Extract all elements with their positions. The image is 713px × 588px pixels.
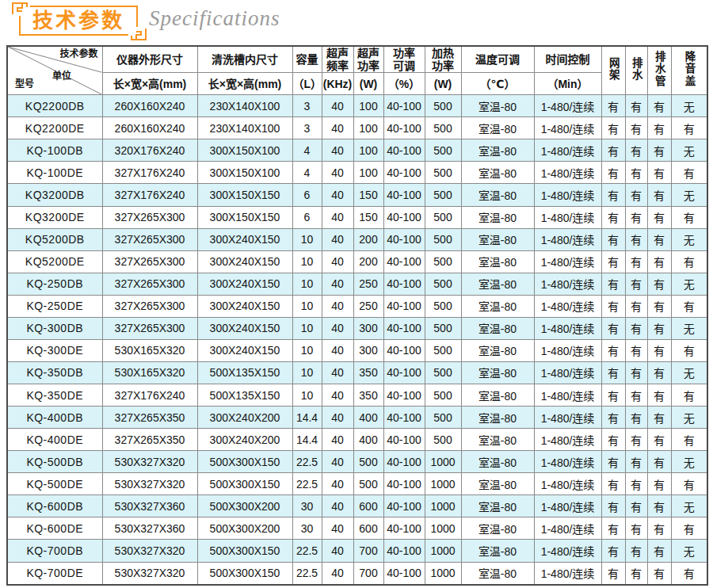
value-cell: 40 <box>322 317 353 339</box>
value-cell: 300 <box>353 317 383 339</box>
value-cell: 500 <box>425 162 461 184</box>
value-cell: 40 <box>322 562 353 585</box>
value-cell: 室温-80 <box>461 250 534 273</box>
value-cell: 300X240X200 <box>197 429 292 451</box>
value-cell: 600 <box>353 495 383 517</box>
value-cell: 500X300X150 <box>197 451 292 473</box>
table-row: KQ-100DB320X176X240300X150X10044010040-1… <box>7 139 707 162</box>
value-cell: 30 <box>292 517 322 540</box>
value-cell: 530X327X320 <box>102 562 197 585</box>
value-cell: 500X300X200 <box>197 517 292 540</box>
model-cell: KQ2200DE <box>7 117 102 139</box>
value-cell: 有 <box>601 517 625 540</box>
value-cell: 1000 <box>425 540 461 562</box>
value-cell: 有 <box>601 317 625 339</box>
col-unit-temp-adjust: （℃） <box>461 73 534 95</box>
value-cell: 327X176X240 <box>102 384 197 407</box>
value-cell: 有 <box>647 361 671 384</box>
value-cell: 40-100 <box>383 361 425 384</box>
value-cell: 327X265X300 <box>102 228 197 250</box>
value-cell: 500X300X150 <box>197 540 292 562</box>
corner-ornament-icon <box>10 2 30 16</box>
value-cell: 230X140X100 <box>197 117 292 139</box>
value-cell: 有 <box>625 117 647 139</box>
value-cell: 22.5 <box>292 540 322 562</box>
value-cell: 室温-80 <box>461 495 534 517</box>
value-cell: 有 <box>625 339 647 361</box>
value-cell: 4 <box>292 139 322 162</box>
value-cell: 500 <box>425 384 461 407</box>
value-cell: 有 <box>601 429 625 451</box>
value-cell: 有 <box>647 317 671 339</box>
value-cell: 40 <box>322 295 353 317</box>
value-cell: 100 <box>353 117 383 139</box>
value-cell: 40 <box>322 407 353 429</box>
value-cell: 室温-80 <box>461 540 534 562</box>
value-cell: 有 <box>671 206 707 228</box>
value-cell: 40-100 <box>383 407 425 429</box>
value-cell: 327X265X300 <box>102 273 197 295</box>
model-cell: KQ-300DB <box>7 317 102 339</box>
value-cell: 有 <box>601 361 625 384</box>
value-cell: 300X240X150 <box>197 228 292 250</box>
value-cell: 无 <box>671 228 707 250</box>
value-cell: 有 <box>647 562 671 585</box>
model-cell: KQ2200DB <box>7 95 102 117</box>
value-cell: 40 <box>322 117 353 139</box>
value-cell: 500 <box>353 473 383 495</box>
value-cell: 有 <box>601 184 625 206</box>
value-cell: 有 <box>647 339 671 361</box>
value-cell: 6 <box>292 184 322 206</box>
value-cell: 40-100 <box>383 139 425 162</box>
value-cell: 有 <box>601 250 625 273</box>
value-cell: 有 <box>601 540 625 562</box>
value-cell: 350 <box>353 361 383 384</box>
table-row: KQ-350DE327X176X240500X135X150104035040-… <box>7 384 707 407</box>
value-cell: 500 <box>425 206 461 228</box>
model-cell: KQ-350DB <box>7 361 102 384</box>
value-cell: 有 <box>625 162 647 184</box>
value-cell: 1-480/连续 <box>534 295 601 317</box>
value-cell: 320X176X240 <box>102 139 197 162</box>
value-cell: 1000 <box>425 451 461 473</box>
value-cell: 40-100 <box>383 250 425 273</box>
value-cell: 1-480/连续 <box>534 162 601 184</box>
value-cell: 有 <box>647 451 671 473</box>
value-cell: 327X265X300 <box>102 206 197 228</box>
value-cell: 1-480/连续 <box>534 117 601 139</box>
value-cell: 有 <box>625 407 647 429</box>
col-header-frequency: 超声频率 <box>322 46 353 73</box>
model-cell: KQ-600DB <box>7 495 102 517</box>
value-cell: 40 <box>322 451 353 473</box>
value-cell: 10 <box>292 228 322 250</box>
corner-label-unit: 单位 <box>52 71 71 82</box>
value-cell: 有 <box>647 162 671 184</box>
value-cell: 327X265X300 <box>102 250 197 273</box>
value-cell: 600 <box>353 517 383 540</box>
value-cell: 3 <box>292 95 322 117</box>
value-cell: 100 <box>353 139 383 162</box>
value-cell: 530X327X320 <box>102 451 197 473</box>
col-unit-capacity: （L） <box>292 73 322 95</box>
value-cell: 500 <box>425 295 461 317</box>
value-cell: 有 <box>625 429 647 451</box>
value-cell: 300X240X150 <box>197 250 292 273</box>
value-cell: 有 <box>647 384 671 407</box>
col-unit-ultrasonic-power: (W) <box>353 73 383 95</box>
model-cell: KQ-400DB <box>7 407 102 429</box>
col-header-heating-power: 加热功率 <box>425 46 461 73</box>
value-cell: 有 <box>647 228 671 250</box>
page-subtitle: Specifications <box>149 6 280 31</box>
value-cell: 有 <box>671 117 707 139</box>
value-cell: 室温-80 <box>461 562 534 585</box>
value-cell: 500 <box>425 273 461 295</box>
value-cell: 260X160X240 <box>102 95 197 117</box>
value-cell: 300X240X150 <box>197 295 292 317</box>
value-cell: 1-480/连续 <box>534 273 601 295</box>
value-cell: 有 <box>625 317 647 339</box>
value-cell: 22.5 <box>292 562 322 585</box>
value-cell: 10 <box>292 295 322 317</box>
col-header-drain: 排水 <box>625 46 647 95</box>
value-cell: 500 <box>425 361 461 384</box>
value-cell: 有 <box>625 384 647 407</box>
